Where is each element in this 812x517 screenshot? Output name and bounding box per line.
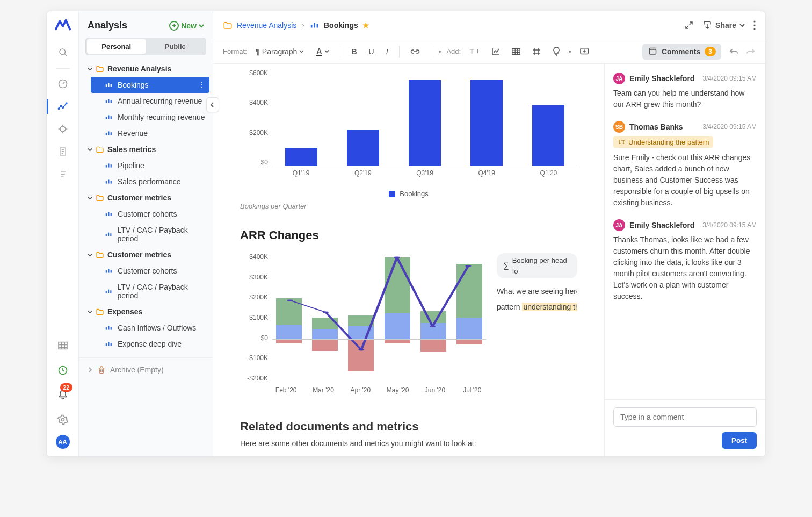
svg-rect-39 xyxy=(108,290,109,293)
bold-button[interactable]: B xyxy=(348,45,360,58)
link-button[interactable] xyxy=(407,46,423,58)
sidebar-title: Analysis xyxy=(88,20,127,31)
tree-item[interactable]: Pipeline xyxy=(88,157,213,174)
nav-rail: 22 AA xyxy=(47,11,79,456)
new-button[interactable]: + New xyxy=(169,21,204,31)
tree-folder[interactable]: Customer metrics xyxy=(88,190,213,206)
svg-rect-33 xyxy=(108,233,109,236)
svg-rect-53 xyxy=(512,48,520,54)
undo-icon[interactable] xyxy=(729,47,738,56)
tree-item[interactable]: Revenue xyxy=(88,125,213,141)
notification-count: 22 xyxy=(60,383,72,392)
post-button[interactable]: Post xyxy=(722,432,757,449)
svg-rect-48 xyxy=(314,23,315,27)
dashboard-icon[interactable] xyxy=(51,74,75,94)
comments-count: 3 xyxy=(705,47,716,56)
add-comment-icon[interactable] xyxy=(577,45,593,58)
add-text-icon[interactable]: TT xyxy=(466,45,483,58)
tree-item[interactable]: Monthly recurring revenue xyxy=(88,109,213,125)
arr-side-note: ∑ Booking per head fo What we are seeing… xyxy=(497,253,577,398)
breadcrumb-folder-link[interactable]: Revenue Analysis xyxy=(237,21,296,30)
tree-folder[interactable]: Revenue Analysis xyxy=(88,61,213,77)
tree-item[interactable]: LTV / CAC / Payback period xyxy=(88,279,213,304)
svg-rect-42 xyxy=(108,326,109,329)
related-intro: Here are some other documents and metric… xyxy=(240,438,577,449)
add-idea-icon[interactable] xyxy=(549,45,563,59)
related-link[interactable]: Annual recurring revenue xyxy=(265,456,349,456)
svg-rect-12 xyxy=(108,83,109,87)
svg-point-52 xyxy=(753,28,755,30)
notifications-icon[interactable]: 22 xyxy=(51,385,75,405)
svg-rect-23 xyxy=(106,165,107,167)
star-icon[interactable]: ★ xyxy=(363,21,369,30)
list-icon[interactable] xyxy=(51,164,75,184)
status-icon[interactable] xyxy=(51,361,75,380)
formula-pill[interactable]: ∑ Booking per head fo xyxy=(497,253,577,278)
tab-public[interactable]: Public xyxy=(146,39,205,54)
kebab-icon[interactable]: ⋮ xyxy=(198,81,205,89)
svg-rect-21 xyxy=(108,131,109,135)
tree-item[interactable]: Annual recurring revenue xyxy=(88,93,213,109)
document-body[interactable]: $600K$400K$200K$0 Q1'19Q2'19Q3'19Q4'19Q1… xyxy=(213,64,604,456)
tree-item[interactable]: LTV / CAC / Payback period xyxy=(88,222,213,247)
tab-personal[interactable]: Personal xyxy=(87,39,146,54)
svg-rect-13 xyxy=(111,84,112,87)
target-icon[interactable] xyxy=(51,119,75,139)
user-avatar[interactable]: AA xyxy=(56,435,70,449)
share-button[interactable]: Share xyxy=(702,21,745,30)
search-icon[interactable] xyxy=(51,42,75,62)
tree-item[interactable]: Cash Inflows / Outflows xyxy=(88,320,213,336)
underline-button[interactable]: U xyxy=(366,45,378,58)
collapse-sidebar-button[interactable] xyxy=(206,97,219,112)
trash-icon xyxy=(97,365,106,374)
sidebar: Analysis + New Personal Public Revenue A… xyxy=(79,11,213,456)
svg-rect-34 xyxy=(110,233,111,236)
tree-folder[interactable]: Customer metrics xyxy=(88,247,213,263)
comment-input[interactable] xyxy=(613,407,757,427)
add-table-icon[interactable] xyxy=(509,46,524,58)
svg-point-50 xyxy=(753,20,755,22)
page-title: Bookings xyxy=(324,21,358,30)
comments-toggle[interactable]: Comments 3 xyxy=(642,44,721,60)
tree-item[interactable]: Sales performance xyxy=(88,174,213,190)
comment-author: Emily Shackleford xyxy=(629,74,698,83)
svg-point-2 xyxy=(58,108,59,109)
svg-rect-8 xyxy=(59,342,67,349)
tree-folder[interactable]: Sales metrics xyxy=(88,141,213,157)
expand-icon[interactable] xyxy=(684,20,694,30)
format-label: Format: xyxy=(223,47,247,55)
comment-avatar: SB xyxy=(613,121,625,133)
add-grid-icon[interactable] xyxy=(529,45,544,58)
svg-point-10 xyxy=(61,419,64,421)
comments-icon xyxy=(648,47,657,56)
settings-icon[interactable] xyxy=(51,410,75,429)
analysis-icon[interactable] xyxy=(51,97,75,116)
paragraph-style-select[interactable]: ¶ Paragraph xyxy=(252,45,307,58)
italic-button[interactable]: I xyxy=(383,45,392,58)
svg-rect-49 xyxy=(317,24,318,27)
document-icon[interactable] xyxy=(51,142,75,161)
tree-item[interactable]: Expense deep dive xyxy=(88,336,213,352)
text-color-button[interactable]: A xyxy=(313,45,332,59)
svg-rect-20 xyxy=(106,133,107,135)
svg-rect-26 xyxy=(106,181,107,183)
add-chart-icon[interactable] xyxy=(488,45,503,58)
archive-row[interactable]: Archive (Empty) xyxy=(79,357,213,382)
comment-body: Sure Emily - check out this ARR changes … xyxy=(613,152,757,209)
comment-avatar: JA xyxy=(613,73,625,84)
topbar: Revenue Analysis › Bookings ★ Share xyxy=(213,11,765,39)
tree-item[interactable]: Customer cohorts xyxy=(88,263,213,279)
comments-panel: JAEmily Shackleford3/4/2020 09:15 AMTeam… xyxy=(604,64,765,456)
svg-rect-41 xyxy=(106,327,107,329)
comment-item: JAEmily Shackleford3/4/2020 09:15 AMThan… xyxy=(613,219,757,302)
tree-folder[interactable]: Expenses xyxy=(88,304,213,320)
tree-item[interactable]: Customer cohorts xyxy=(88,206,213,222)
comment-tag[interactable]: TTUnderstanding the pattern xyxy=(613,136,713,148)
tree-item[interactable]: Bookings⋮ xyxy=(91,77,209,93)
redo-icon[interactable] xyxy=(746,47,756,56)
data-table-icon[interactable] xyxy=(51,336,75,355)
comment-item: JAEmily Shackleford3/4/2020 09:15 AMTeam… xyxy=(613,73,757,110)
more-icon[interactable] xyxy=(753,20,756,30)
svg-rect-55 xyxy=(649,49,656,54)
add-label: Add: xyxy=(446,47,461,55)
